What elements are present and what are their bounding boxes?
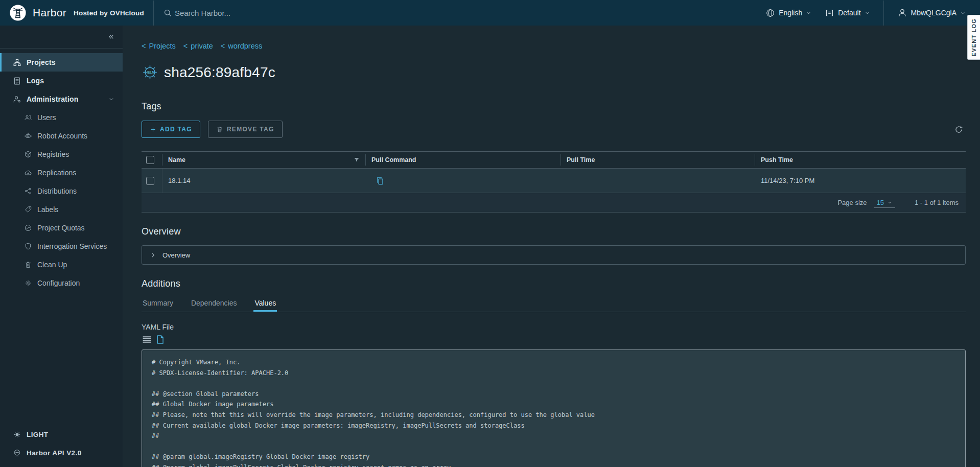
trash-icon [24, 261, 32, 269]
breadcrumb: < Projects < private < wordpress [142, 42, 966, 50]
list-view-icon[interactable] [142, 334, 152, 345]
brand-title[interactable]: Harbor [33, 7, 66, 19]
sidebar-item-robot-accounts[interactable]: Robot Accounts [0, 127, 123, 145]
user-menu[interactable]: MbwQLGCglA [897, 8, 966, 18]
sidebar: Projects Logs Administration Users [0, 26, 123, 467]
applications-icon [825, 8, 834, 18]
search-bar [163, 8, 765, 18]
yaml-view-toggle [142, 334, 966, 345]
sidebar-nav: Projects Logs Administration Users [0, 49, 123, 292]
collapse-sidebar-button[interactable] [0, 26, 123, 49]
gear-icon [24, 279, 32, 287]
tab-summary[interactable]: Summary [142, 296, 174, 312]
harbor-api-link[interactable]: Harbor API V2.0 [0, 443, 123, 462]
sidebar-item-distributions[interactable]: Distributions [0, 182, 123, 200]
search-input[interactable] [175, 9, 338, 17]
filter-icon[interactable] [353, 156, 360, 164]
event-log-tab[interactable]: EVENT LOG [967, 15, 980, 60]
tags-section-title: Tags [142, 101, 966, 112]
breadcrumb-private[interactable]: < private [183, 42, 213, 50]
chevron-down-icon [887, 200, 893, 205]
admin-user-icon [13, 95, 21, 104]
sidebar-item-clean-up[interactable]: Clean Up [0, 255, 123, 274]
add-tag-button[interactable]: ADD TAG [142, 121, 200, 138]
breadcrumb-projects[interactable]: < Projects [142, 42, 176, 50]
search-icon [163, 8, 173, 18]
share-icon [24, 187, 32, 195]
language-dropdown[interactable]: English [765, 8, 811, 18]
svg-text:HELM: HELM [145, 71, 155, 74]
breadcrumb-separator: < [183, 42, 188, 50]
sidebar-item-registries[interactable]: Registries [0, 145, 123, 164]
sidebar-item-project-quotas[interactable]: Project Quotas [0, 219, 123, 237]
column-header-name: Name [168, 156, 185, 164]
overview-accordion[interactable]: Overview [142, 245, 966, 265]
artifact-title-row: HELM sha256:89afb47c [142, 64, 966, 81]
push-time-cell: 11/14/23, 7:10 PM [761, 177, 814, 184]
harbor-logo-icon[interactable] [9, 4, 27, 21]
user-icon [897, 8, 907, 18]
sidebar-item-replications[interactable]: Replications [0, 164, 123, 182]
robot-icon [24, 132, 32, 140]
sidebar-item-label: Registries [37, 150, 69, 158]
sidebar-item-projects[interactable]: Projects [0, 53, 123, 72]
yaml-code-block[interactable]: # Copyright VMware, Inc. # SPDX-License-… [142, 349, 966, 467]
tab-dependencies[interactable]: Dependencies [190, 296, 238, 312]
remove-tag-button[interactable]: REMOVE TAG [208, 121, 283, 138]
sidebar-item-configuration[interactable]: Configuration [0, 274, 123, 292]
sidebar-item-label: Users [37, 113, 56, 122]
app-header: Harbor Hosted by OVHcloud English Defaul… [0, 0, 980, 26]
chevron-down-icon [865, 10, 870, 16]
additions-section-title: Additions [142, 278, 966, 289]
yaml-content: # Copyright VMware, Inc. # SPDX-License-… [152, 357, 955, 467]
sidebar-item-logs[interactable]: Logs [0, 72, 123, 90]
page-size-value: 15 [877, 199, 884, 206]
additions-tabs: Summary Dependencies Values [142, 296, 966, 312]
overview-section-title: Overview [142, 226, 966, 237]
select-all-checkbox[interactable] [146, 156, 154, 164]
sidebar-item-label: Administration [27, 95, 79, 103]
breadcrumb-wordpress[interactable]: < wordpress [221, 42, 262, 50]
sidebar-item-label: Replications [37, 169, 76, 177]
table-header-row: Name Pull Command Pull Time Push Time [142, 151, 966, 169]
raw-file-icon[interactable] [155, 334, 165, 345]
copy-icon[interactable] [375, 176, 385, 186]
sidebar-item-labels[interactable]: Labels [0, 200, 123, 219]
main-content: < Projects < private < wordpress HELM sh… [123, 26, 980, 467]
tab-values[interactable]: Values [253, 296, 277, 312]
page-size-select[interactable]: 15 [874, 198, 895, 208]
items-range-label: 1 - 1 of 1 items [915, 199, 959, 206]
tags-table: Name Pull Command Pull Time Push Time 18… [142, 151, 966, 213]
tag-icon [24, 205, 32, 214]
refresh-icon [954, 125, 964, 134]
table-row[interactable]: 18.1.14 11/14/23, 7:10 PM [142, 169, 966, 193]
hosted-by-label: Hosted by OVHcloud [74, 9, 144, 17]
trash-icon [216, 126, 223, 133]
sidebar-item-administration[interactable]: Administration [0, 90, 123, 108]
column-header-pull-command: Pull Command [371, 156, 416, 164]
sidebar-item-label: Project Quotas [37, 224, 85, 232]
page-title: sha256:89afb47c [164, 64, 275, 81]
theme-toggle-light[interactable]: LIGHT [0, 425, 123, 443]
theme-dropdown[interactable]: Default [825, 8, 870, 18]
breadcrumb-label: Projects [149, 42, 175, 50]
sidebar-item-interrogation-services[interactable]: Interrogation Services [0, 237, 123, 255]
table-footer: Page size 15 1 - 1 of 1 items [142, 193, 966, 213]
users-icon [24, 113, 32, 122]
sidebar-item-label: Logs [27, 77, 44, 85]
quota-icon [24, 224, 32, 232]
refresh-button[interactable] [954, 125, 964, 134]
theme-label: Default [838, 9, 860, 17]
sidebar-item-users[interactable]: Users [0, 108, 123, 127]
helm-icon: HELM [142, 64, 158, 81]
event-log-label: EVENT LOG [971, 18, 977, 56]
document-icon [13, 77, 21, 85]
cube-icon [24, 150, 32, 158]
globe-icon [765, 8, 775, 18]
remove-tag-label: REMOVE TAG [227, 126, 274, 133]
theme-toggle-label: LIGHT [27, 431, 49, 438]
double-chevron-left-icon [107, 33, 115, 41]
username-label: MbwQLGCglA [911, 9, 956, 17]
header-divider [883, 1, 884, 26]
row-checkbox[interactable] [146, 177, 154, 185]
